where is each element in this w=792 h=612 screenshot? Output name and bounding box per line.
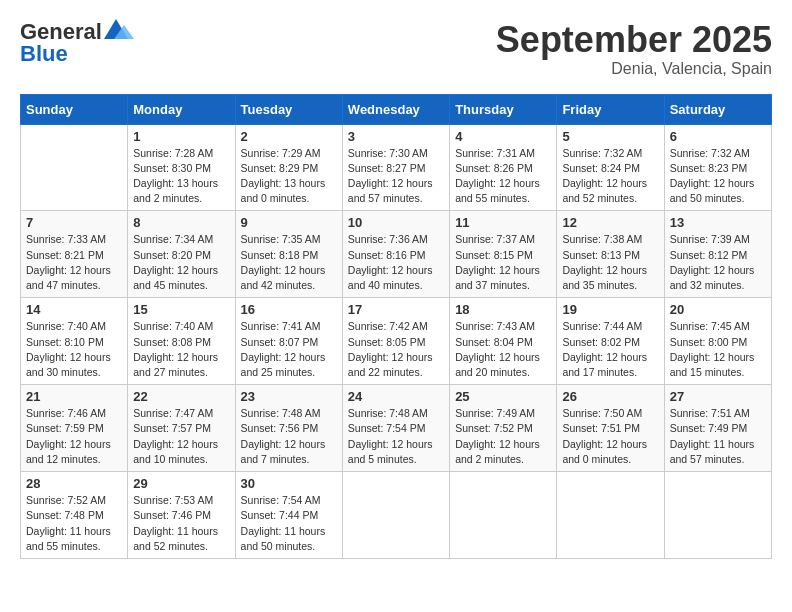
calendar-cell: 5Sunrise: 7:32 AM Sunset: 8:24 PM Daylig… (557, 124, 664, 211)
calendar-cell: 24Sunrise: 7:48 AM Sunset: 7:54 PM Dayli… (342, 385, 449, 472)
cell-content: Sunrise: 7:49 AM Sunset: 7:52 PM Dayligh… (455, 406, 551, 467)
calendar-cell: 28Sunrise: 7:52 AM Sunset: 7:48 PM Dayli… (21, 472, 128, 559)
calendar-cell: 22Sunrise: 7:47 AM Sunset: 7:57 PM Dayli… (128, 385, 235, 472)
calendar-cell: 14Sunrise: 7:40 AM Sunset: 8:10 PM Dayli… (21, 298, 128, 385)
cell-content: Sunrise: 7:48 AM Sunset: 7:54 PM Dayligh… (348, 406, 444, 467)
calendar-cell: 26Sunrise: 7:50 AM Sunset: 7:51 PM Dayli… (557, 385, 664, 472)
cell-content: Sunrise: 7:39 AM Sunset: 8:12 PM Dayligh… (670, 232, 766, 293)
day-number: 9 (241, 215, 337, 230)
calendar-cell: 21Sunrise: 7:46 AM Sunset: 7:59 PM Dayli… (21, 385, 128, 472)
week-row-1: 1Sunrise: 7:28 AM Sunset: 8:30 PM Daylig… (21, 124, 772, 211)
calendar-cell: 4Sunrise: 7:31 AM Sunset: 8:26 PM Daylig… (450, 124, 557, 211)
day-number: 7 (26, 215, 122, 230)
day-number: 20 (670, 302, 766, 317)
day-number: 25 (455, 389, 551, 404)
weekday-header-friday: Friday (557, 94, 664, 124)
calendar-cell: 12Sunrise: 7:38 AM Sunset: 8:13 PM Dayli… (557, 211, 664, 298)
calendar-cell: 10Sunrise: 7:36 AM Sunset: 8:16 PM Dayli… (342, 211, 449, 298)
day-number: 22 (133, 389, 229, 404)
day-number: 2 (241, 129, 337, 144)
calendar-cell: 29Sunrise: 7:53 AM Sunset: 7:46 PM Dayli… (128, 472, 235, 559)
calendar-cell: 13Sunrise: 7:39 AM Sunset: 8:12 PM Dayli… (664, 211, 771, 298)
day-number: 6 (670, 129, 766, 144)
cell-content: Sunrise: 7:31 AM Sunset: 8:26 PM Dayligh… (455, 146, 551, 207)
calendar-cell: 2Sunrise: 7:29 AM Sunset: 8:29 PM Daylig… (235, 124, 342, 211)
cell-content: Sunrise: 7:37 AM Sunset: 8:15 PM Dayligh… (455, 232, 551, 293)
calendar-cell: 20Sunrise: 7:45 AM Sunset: 8:00 PM Dayli… (664, 298, 771, 385)
cell-content: Sunrise: 7:40 AM Sunset: 8:08 PM Dayligh… (133, 319, 229, 380)
cell-content: Sunrise: 7:48 AM Sunset: 7:56 PM Dayligh… (241, 406, 337, 467)
weekday-header-tuesday: Tuesday (235, 94, 342, 124)
calendar-cell: 15Sunrise: 7:40 AM Sunset: 8:08 PM Dayli… (128, 298, 235, 385)
cell-content: Sunrise: 7:46 AM Sunset: 7:59 PM Dayligh… (26, 406, 122, 467)
day-number: 24 (348, 389, 444, 404)
cell-content: Sunrise: 7:54 AM Sunset: 7:44 PM Dayligh… (241, 493, 337, 554)
day-number: 8 (133, 215, 229, 230)
cell-content: Sunrise: 7:45 AM Sunset: 8:00 PM Dayligh… (670, 319, 766, 380)
month-title: September 2025 (496, 20, 772, 60)
weekday-header-monday: Monday (128, 94, 235, 124)
logo-blue-text: Blue (20, 42, 134, 66)
day-number: 3 (348, 129, 444, 144)
logo: General Blue (20, 20, 134, 66)
cell-content: Sunrise: 7:53 AM Sunset: 7:46 PM Dayligh… (133, 493, 229, 554)
weekday-header-row: SundayMondayTuesdayWednesdayThursdayFrid… (21, 94, 772, 124)
day-number: 21 (26, 389, 122, 404)
day-number: 18 (455, 302, 551, 317)
calendar-cell: 6Sunrise: 7:32 AM Sunset: 8:23 PM Daylig… (664, 124, 771, 211)
weekday-header-saturday: Saturday (664, 94, 771, 124)
cell-content: Sunrise: 7:32 AM Sunset: 8:24 PM Dayligh… (562, 146, 658, 207)
calendar-cell: 18Sunrise: 7:43 AM Sunset: 8:04 PM Dayli… (450, 298, 557, 385)
calendar-cell (450, 472, 557, 559)
day-number: 1 (133, 129, 229, 144)
day-number: 10 (348, 215, 444, 230)
calendar-cell: 7Sunrise: 7:33 AM Sunset: 8:21 PM Daylig… (21, 211, 128, 298)
cell-content: Sunrise: 7:33 AM Sunset: 8:21 PM Dayligh… (26, 232, 122, 293)
weekday-header-sunday: Sunday (21, 94, 128, 124)
day-number: 26 (562, 389, 658, 404)
day-number: 17 (348, 302, 444, 317)
calendar-cell: 23Sunrise: 7:48 AM Sunset: 7:56 PM Dayli… (235, 385, 342, 472)
calendar-cell (664, 472, 771, 559)
calendar-cell: 30Sunrise: 7:54 AM Sunset: 7:44 PM Dayli… (235, 472, 342, 559)
calendar-cell: 25Sunrise: 7:49 AM Sunset: 7:52 PM Dayli… (450, 385, 557, 472)
location-title: Denia, Valencia, Spain (496, 60, 772, 78)
cell-content: Sunrise: 7:35 AM Sunset: 8:18 PM Dayligh… (241, 232, 337, 293)
calendar-cell: 11Sunrise: 7:37 AM Sunset: 8:15 PM Dayli… (450, 211, 557, 298)
calendar-cell: 8Sunrise: 7:34 AM Sunset: 8:20 PM Daylig… (128, 211, 235, 298)
cell-content: Sunrise: 7:32 AM Sunset: 8:23 PM Dayligh… (670, 146, 766, 207)
cell-content: Sunrise: 7:51 AM Sunset: 7:49 PM Dayligh… (670, 406, 766, 467)
cell-content: Sunrise: 7:40 AM Sunset: 8:10 PM Dayligh… (26, 319, 122, 380)
logo-triangle-icon (104, 17, 134, 43)
calendar-cell: 17Sunrise: 7:42 AM Sunset: 8:05 PM Dayli… (342, 298, 449, 385)
calendar-cell: 3Sunrise: 7:30 AM Sunset: 8:27 PM Daylig… (342, 124, 449, 211)
cell-content: Sunrise: 7:42 AM Sunset: 8:05 PM Dayligh… (348, 319, 444, 380)
calendar-cell (557, 472, 664, 559)
week-row-2: 7Sunrise: 7:33 AM Sunset: 8:21 PM Daylig… (21, 211, 772, 298)
cell-content: Sunrise: 7:29 AM Sunset: 8:29 PM Dayligh… (241, 146, 337, 207)
cell-content: Sunrise: 7:28 AM Sunset: 8:30 PM Dayligh… (133, 146, 229, 207)
day-number: 29 (133, 476, 229, 491)
calendar-cell: 9Sunrise: 7:35 AM Sunset: 8:18 PM Daylig… (235, 211, 342, 298)
cell-content: Sunrise: 7:50 AM Sunset: 7:51 PM Dayligh… (562, 406, 658, 467)
week-row-5: 28Sunrise: 7:52 AM Sunset: 7:48 PM Dayli… (21, 472, 772, 559)
cell-content: Sunrise: 7:36 AM Sunset: 8:16 PM Dayligh… (348, 232, 444, 293)
cell-content: Sunrise: 7:44 AM Sunset: 8:02 PM Dayligh… (562, 319, 658, 380)
calendar-cell (342, 472, 449, 559)
page-header: General Blue September 2025 Denia, Valen… (20, 20, 772, 78)
day-number: 19 (562, 302, 658, 317)
day-number: 23 (241, 389, 337, 404)
cell-content: Sunrise: 7:43 AM Sunset: 8:04 PM Dayligh… (455, 319, 551, 380)
day-number: 30 (241, 476, 337, 491)
day-number: 16 (241, 302, 337, 317)
cell-content: Sunrise: 7:47 AM Sunset: 7:57 PM Dayligh… (133, 406, 229, 467)
day-number: 12 (562, 215, 658, 230)
calendar-cell (21, 124, 128, 211)
day-number: 5 (562, 129, 658, 144)
week-row-3: 14Sunrise: 7:40 AM Sunset: 8:10 PM Dayli… (21, 298, 772, 385)
cell-content: Sunrise: 7:34 AM Sunset: 8:20 PM Dayligh… (133, 232, 229, 293)
title-area: September 2025 Denia, Valencia, Spain (496, 20, 772, 78)
cell-content: Sunrise: 7:52 AM Sunset: 7:48 PM Dayligh… (26, 493, 122, 554)
day-number: 14 (26, 302, 122, 317)
week-row-4: 21Sunrise: 7:46 AM Sunset: 7:59 PM Dayli… (21, 385, 772, 472)
